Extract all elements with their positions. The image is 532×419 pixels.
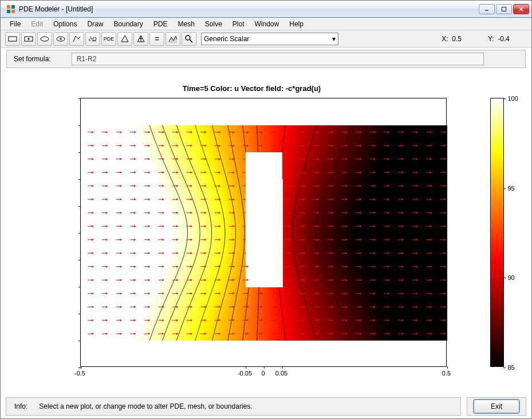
svg-marker-16	[121, 35, 128, 42]
pde-icon[interactable]: PDE	[101, 32, 116, 46]
y-label: Y:	[488, 35, 494, 43]
ellipse-icon[interactable]	[37, 32, 52, 46]
y-tick-label: -0.2	[0, 256, 68, 263]
info-bar: Info: Select a new plot, or change mode …	[6, 397, 461, 416]
app-icon	[6, 5, 15, 14]
polygon-icon[interactable]	[69, 32, 84, 46]
app-mode-dropdown[interactable]: Generic Scalar ▾	[201, 33, 338, 45]
x-tick-label: -0.5	[74, 370, 85, 377]
menu-options[interactable]: Options	[49, 19, 81, 29]
y-tick-label: 1	[0, 94, 68, 101]
boundary-icon[interactable]: ∂Ω	[85, 32, 100, 46]
y-tick-label: -1	[0, 363, 68, 370]
plot-icon[interactable]	[165, 32, 180, 46]
coord-display: X: 0.5 Y: -0.4	[442, 35, 527, 43]
window-controls	[479, 4, 529, 14]
domain-hole	[246, 152, 282, 260]
close-button[interactable]	[513, 4, 529, 14]
svg-rect-1	[11, 5, 15, 9]
menu-boundary[interactable]: Boundary	[109, 19, 147, 29]
ellipse-center-icon[interactable]	[53, 32, 68, 46]
svg-rect-3	[11, 10, 15, 13]
x-tick-label: 0.5	[442, 370, 451, 377]
rect-center-icon[interactable]	[21, 32, 36, 46]
menu-plot[interactable]: Plot	[228, 19, 249, 29]
dropdown-value: Generic Scalar	[204, 35, 249, 43]
colorbar-tick: 90	[508, 274, 515, 281]
colorbar-tick: 100	[508, 95, 518, 102]
exit-panel: Exit	[467, 397, 526, 416]
menu-edit: Edit	[26, 19, 48, 29]
plot-title: Time=5 Color: u Vector field: -c*grad(u)	[17, 84, 487, 93]
y-tick-label: -0.6	[0, 310, 68, 317]
colorbar-tick: 85	[508, 364, 515, 371]
toolbar: ∂Ω PDE = Generic Scalar ▾ X: 0.5 Y: -0.4	[1, 30, 531, 48]
y-tick-label: -0.4	[0, 283, 68, 290]
formula-input[interactable]	[72, 53, 484, 65]
maximize-button[interactable]	[496, 4, 512, 14]
y-value: -0.4	[498, 35, 510, 43]
svg-rect-5	[502, 7, 506, 11]
titlebar: PDE Modeler - [Untitled]	[1, 1, 531, 18]
zoom-icon[interactable]	[182, 32, 196, 46]
svg-rect-2	[7, 10, 10, 13]
minimize-button[interactable]	[479, 4, 495, 14]
y-tick-label: 0.8	[0, 121, 68, 128]
exit-button[interactable]: Exit	[474, 400, 519, 413]
window-title: PDE Modeler - [Untitled]	[19, 5, 479, 13]
info-text: Select a new plot, or change mode to alt…	[39, 402, 452, 410]
menubar: FileEditOptionsDrawBoundaryPDEMeshSolveP…	[1, 18, 531, 30]
menu-pde[interactable]: PDE	[149, 19, 172, 29]
y-tick-label: -0.8	[0, 337, 68, 343]
x-tick-label: 0	[261, 370, 265, 377]
colorbar: 100959085	[490, 98, 504, 367]
rect-icon[interactable]	[5, 32, 20, 46]
menu-mesh[interactable]: Mesh	[173, 19, 199, 29]
refine-icon[interactable]	[133, 32, 148, 46]
formula-bar: Set formula:	[6, 50, 526, 68]
y-tick-label: 0.6	[0, 148, 68, 155]
svg-rect-8	[9, 37, 17, 41]
y-tick-label: 0.4	[0, 175, 68, 182]
svg-rect-0	[7, 5, 10, 9]
plot-area: Time=5 Color: u Vector field: -c*grad(u)…	[17, 80, 515, 389]
colorbar-tick: 95	[508, 185, 515, 192]
svg-point-20	[186, 35, 190, 40]
svg-point-12	[41, 37, 49, 41]
menu-window[interactable]: Window	[250, 19, 284, 29]
mesh-icon[interactable]	[117, 32, 132, 46]
axes[interactable]	[80, 98, 447, 367]
y-tick-label: 0.2	[0, 202, 68, 209]
y-tick-label: 0	[0, 229, 68, 236]
info-label: Info:	[14, 402, 27, 410]
menu-draw[interactable]: Draw	[82, 19, 108, 29]
svg-line-21	[190, 39, 192, 42]
x-value: 0.5	[452, 35, 462, 43]
solve-icon[interactable]: =	[149, 32, 164, 46]
menu-help[interactable]: Help	[285, 19, 308, 29]
chevron-down-icon: ▾	[332, 35, 336, 43]
menu-file[interactable]: File	[5, 19, 25, 29]
x-label: X:	[442, 35, 448, 43]
x-tick-label: 0.05	[275, 370, 287, 377]
x-tick-label: -0.05	[238, 370, 252, 377]
menu-solve[interactable]: Solve	[200, 19, 227, 29]
formula-label: Set formula:	[14, 55, 51, 63]
